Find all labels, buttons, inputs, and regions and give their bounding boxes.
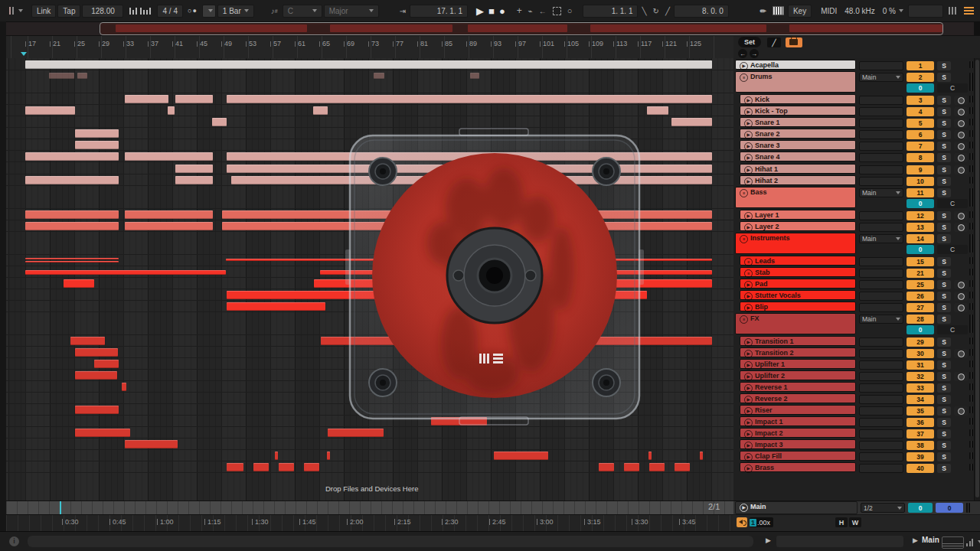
track-activator-5[interactable]: 5 xyxy=(906,119,934,128)
lock-envelopes-button[interactable] xyxy=(786,37,802,47)
track-name-fx[interactable]: ≡FX xyxy=(735,313,856,334)
clip-hihat-2[interactable] xyxy=(25,176,119,184)
solo-button[interactable]: S xyxy=(937,119,951,128)
group-send-value[interactable]: 0 xyxy=(906,199,934,208)
track-header-drums[interactable]: ≡DrumsMain2S0C xyxy=(733,71,974,93)
clip-drums[interactable] xyxy=(374,73,384,79)
clip-kick[interactable] xyxy=(125,95,168,103)
new-icon[interactable]: + xyxy=(517,5,522,16)
arm-button[interactable] xyxy=(954,107,968,116)
track-header-instruments[interactable]: ≡InstrumentsMain14S0C xyxy=(733,233,974,254)
clip-snare-4[interactable] xyxy=(125,152,213,161)
clip-snare-1[interactable] xyxy=(212,118,227,126)
loop-length-field[interactable]: 8. 0. 0 xyxy=(674,5,729,18)
track-route-menu[interactable]: Main xyxy=(859,315,903,324)
arm-button[interactable] xyxy=(954,119,968,128)
crossfade-assign-button[interactable]: C xyxy=(937,325,968,334)
track-header-snare-2[interactable]: ▶Snare 26S xyxy=(733,129,974,139)
loop-switch-icon[interactable]: ↻ xyxy=(652,7,658,15)
track-name-kick-top[interactable]: ▶Kick - Top xyxy=(740,106,856,116)
punch-in-icon[interactable]: ╲ xyxy=(642,7,646,15)
track-play-icon[interactable]: ▶ xyxy=(744,407,753,416)
track-play-icon[interactable]: ▶ xyxy=(744,396,753,404)
time-signature-field[interactable]: 4 / 4 xyxy=(157,5,182,18)
track-play-icon[interactable]: ▶ xyxy=(744,304,753,312)
time-ruler[interactable]: 0:300:451:001:151:301:452:002:152:302:45… xyxy=(6,514,733,532)
track-play-icon[interactable]: ▶ xyxy=(744,292,753,301)
clip-brass[interactable] xyxy=(227,463,243,471)
solo-button[interactable]: S xyxy=(937,130,951,139)
track-play-icon[interactable]: ▶ xyxy=(744,96,753,105)
clip-drums[interactable] xyxy=(470,73,479,79)
track-activator-13[interactable]: 13 xyxy=(906,223,934,232)
clip-impact-3[interactable] xyxy=(125,440,178,448)
solo-button[interactable]: S xyxy=(937,372,951,381)
clip-pad[interactable] xyxy=(64,279,94,288)
track-play-icon[interactable]: ▶ xyxy=(744,281,753,289)
track-play-icon[interactable]: ▶ xyxy=(744,442,753,450)
preview-play-icon[interactable]: ▶ xyxy=(766,536,771,544)
clip-brass[interactable] xyxy=(304,463,319,471)
playback-speed-field[interactable]: 1.00x xyxy=(750,517,773,527)
track-header-layer-1[interactable]: ▶Layer 112S xyxy=(733,210,974,220)
track-activator-7[interactable]: 7 xyxy=(906,142,934,151)
track-name-hihat-2[interactable]: ▶Hihat 2 xyxy=(740,175,856,185)
clip-brass[interactable] xyxy=(279,463,294,471)
clip-layer-2[interactable] xyxy=(125,222,213,230)
track-lane-impact-3[interactable] xyxy=(6,439,733,450)
track-play-icon[interactable]: ▶ xyxy=(744,154,753,162)
clip-riser[interactable] xyxy=(75,406,119,414)
arm-button[interactable] xyxy=(954,292,968,301)
track-activator-1[interactable]: 1 xyxy=(906,61,934,70)
solo-button[interactable]: S xyxy=(937,96,951,105)
track-header-uplifter-1[interactable]: ▶Uplifter 131S xyxy=(733,359,974,369)
track-activator-26[interactable]: 26 xyxy=(906,292,934,301)
group-send-value[interactable]: 0 xyxy=(906,245,934,254)
track-name-hihat-1[interactable]: ▶Hihat 1 xyxy=(740,164,856,174)
track-header-clap-fill[interactable]: ▶Clap Fill39S xyxy=(733,451,974,461)
track-activator-6[interactable]: 6 xyxy=(906,130,934,139)
solo-button[interactable]: S xyxy=(937,441,951,450)
clip-leads[interactable] xyxy=(25,261,119,262)
track-activator-28[interactable]: 28 xyxy=(906,315,934,324)
track-name-blip[interactable]: ▶Blip xyxy=(740,302,856,311)
track-play-icon[interactable]: ▶ xyxy=(744,119,753,128)
solo-button[interactable]: S xyxy=(937,269,951,278)
group-unfold-icon[interactable]: ≡ xyxy=(744,258,753,266)
track-activator-38[interactable]: 38 xyxy=(906,441,934,450)
clip-layer-1[interactable] xyxy=(25,210,119,219)
track-name-impact-3[interactable]: ▶Impact 3 xyxy=(740,439,856,449)
arm-button[interactable] xyxy=(954,153,968,162)
track-name-drums[interactable]: ≡Drums xyxy=(735,71,856,93)
insert-marker-icon[interactable] xyxy=(21,52,27,56)
track-lane-snare-1[interactable] xyxy=(6,117,733,128)
track-name-pad[interactable]: ▶Pad xyxy=(740,279,856,289)
solo-button[interactable]: S xyxy=(937,153,951,162)
capture-midi-icon[interactable]: ○ xyxy=(567,6,573,15)
follow-icon[interactable]: ⇥ xyxy=(400,7,406,15)
track-header-impact-1[interactable]: ▶Impact 136S xyxy=(733,416,974,426)
solo-button[interactable]: S xyxy=(937,406,951,416)
track-activator-36[interactable]: 36 xyxy=(906,418,934,427)
track-header-blip[interactable]: ▶Blip27S xyxy=(733,302,974,311)
track-play-icon[interactable]: ▶ xyxy=(744,212,753,220)
clip-blip[interactable] xyxy=(227,302,325,311)
track-name-impact-2[interactable]: ▶Impact 2 xyxy=(740,428,856,438)
arm-button[interactable] xyxy=(954,349,968,358)
clip-brass[interactable] xyxy=(675,463,690,471)
group-unfold-icon[interactable]: ≡ xyxy=(740,315,748,324)
play-button[interactable]: ▶ xyxy=(476,5,484,17)
punch-out-icon[interactable]: ╱ xyxy=(665,7,670,15)
clip-snare-3[interactable] xyxy=(75,141,119,149)
clip-kick-top[interactable] xyxy=(168,106,175,115)
track-play-icon[interactable]: ▶ xyxy=(744,465,753,473)
vertical-scrollbar[interactable] xyxy=(975,58,980,500)
clip-layer-2[interactable] xyxy=(25,222,119,230)
clip-clap-fill[interactable] xyxy=(494,452,548,460)
track-route-menu[interactable]: Main xyxy=(859,234,903,243)
track-activator-12[interactable]: 12 xyxy=(906,211,934,220)
track-header-impact-2[interactable]: ▶Impact 237S xyxy=(733,428,974,438)
push-device-icon[interactable] xyxy=(8,7,23,15)
midi-indicator[interactable]: MIDI xyxy=(817,5,841,17)
track-header-leads[interactable]: ≡Leads15S xyxy=(733,256,974,266)
